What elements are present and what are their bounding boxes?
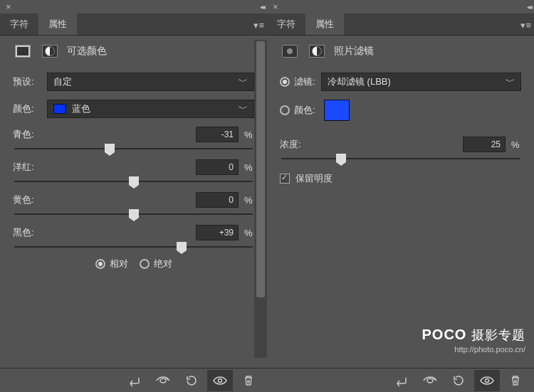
percent-symbol: % [244,195,254,206]
tab-properties[interactable]: 属性 [305,14,344,35]
slider-input[interactable] [196,127,239,142]
collapse-icon[interactable]: ◂◂ [260,3,264,11]
mask-icon[interactable] [280,43,300,60]
reset-icon[interactable] [446,370,471,391]
density-input[interactable] [463,137,506,152]
adjustment-header: 可选颜色 [0,36,267,67]
slider-track[interactable] [14,246,253,248]
panel-footer [0,368,267,392]
panel-photo-filter: × ◂◂ 字符 属性 ▾≡ 照片滤镜 滤镜: 冷却滤镜 (LBB) ﹀ 颜色: … [267,0,534,392]
tab-bar: 字符 属性 ▾≡ [0,14,267,36]
mask-icon[interactable] [13,43,33,60]
delete-icon[interactable] [503,370,528,391]
adjustment-title: 照片滤镜 [334,45,374,58]
panel-menu-icon[interactable]: ▾≡ [253,20,264,31]
delete-icon[interactable] [236,370,261,391]
method-radio-group: 相对 绝对 [13,258,254,270]
color-dropdown[interactable]: 蓝色 ﹀ [47,100,254,118]
slider-3: 黑色:% [13,225,254,248]
panel-footer [267,368,534,392]
slider-1: 洋红:% [13,159,254,182]
close-icon[interactable]: × [6,1,11,12]
percent-symbol: % [244,129,254,140]
radio-filter[interactable]: 滤镜: [280,75,321,88]
density-slider: 浓度: % [280,137,521,159]
color-label: 颜色: [13,102,47,115]
toggle-visibility-icon[interactable] [207,370,233,391]
panel-body: 预设: 自定 ﹀ 颜色: 蓝色 ﹀ 青色:%洋红:%黄色:%黑色:% 相对 绝对 [0,67,267,368]
preset-label: 预设: [13,75,47,88]
reset-icon[interactable] [179,370,204,391]
slider-track[interactable] [14,181,253,182]
radio-absolute[interactable]: 绝对 [140,258,172,270]
radio-color[interactable]: 颜色: [280,104,321,117]
svg-point-0 [219,378,222,382]
slider-2: 黄色:% [13,192,254,215]
slider-0: 青色:% [13,127,254,149]
slider-input[interactable] [196,159,239,175]
slider-track[interactable] [14,148,253,149]
panel-selective-color: × ◂◂ 字符 属性 ▾≡ 可选颜色 预设: 自定 ﹀ 颜色: 蓝色 ﹀ 青色:… [0,0,267,392]
adjustment-title: 可选颜色 [67,45,107,58]
slider-input[interactable] [196,192,239,208]
toggle-visibility-icon[interactable] [474,370,500,391]
tab-character[interactable]: 字符 [267,14,305,35]
adjustment-icon[interactable] [40,43,60,60]
slider-label: 黑色: [13,226,48,239]
adjustment-icon[interactable] [307,43,327,60]
slider-label: 洋红: [13,161,48,174]
adjustment-header: 照片滤镜 [267,36,534,67]
collapse-icon[interactable]: ◂◂ [527,3,531,11]
color-swatch [53,104,66,114]
chevron-down-icon: ﹀ [239,75,248,88]
panel-body: 滤镜: 冷却滤镜 (LBB) ﹀ 颜色: 浓度: % 保留明度 [267,67,534,368]
slider-label: 黄色: [13,194,48,206]
preset-dropdown[interactable]: 自定 ﹀ [47,73,254,91]
preserve-luminosity-checkbox[interactable] [280,174,290,184]
slider-input[interactable] [196,225,239,240]
topbar: × ◂◂ [0,0,267,14]
preserve-luminosity-label: 保留明度 [295,172,333,185]
percent-symbol: % [244,162,254,173]
clip-to-layer-icon[interactable] [389,370,414,391]
percent-symbol: % [244,228,254,238]
slider-track[interactable] [281,158,520,159]
filter-dropdown[interactable]: 冷却滤镜 (LBB) ﹀ [321,73,521,91]
density-label: 浓度: [280,138,315,151]
svg-point-1 [486,378,489,382]
tab-bar: 字符 属性 ▾≡ [267,14,534,36]
clip-to-layer-icon[interactable] [122,370,147,391]
chevron-down-icon: ﹀ [239,102,248,115]
view-previous-icon[interactable] [150,370,176,391]
panel-menu-icon[interactable]: ▾≡ [520,20,531,31]
topbar: × ◂◂ [267,0,534,14]
slider-track[interactable] [14,213,253,215]
radio-relative[interactable]: 相对 [95,258,128,270]
color-swatch-button[interactable] [324,100,350,121]
chevron-down-icon: ﹀ [506,75,515,88]
close-icon[interactable]: × [273,1,278,12]
tab-properties[interactable]: 属性 [38,14,77,35]
slider-label: 青色: [13,128,48,141]
view-previous-icon[interactable] [417,370,443,391]
vertical-scrollbar[interactable] [254,40,267,358]
tab-character[interactable]: 字符 [0,14,38,35]
percent-symbol: % [511,139,521,150]
